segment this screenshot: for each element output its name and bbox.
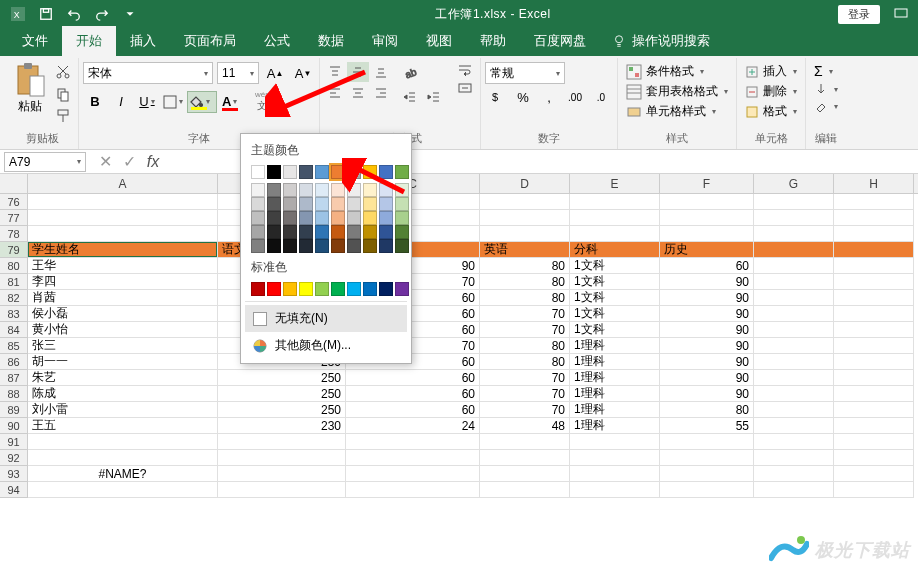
delete-cells-button[interactable]: 删除▾: [741, 82, 801, 101]
number-format-combo[interactable]: 常规 ▾: [485, 62, 565, 84]
row-header[interactable]: 91: [0, 434, 28, 450]
color-swatch[interactable]: [283, 239, 297, 253]
row-header[interactable]: 86: [0, 354, 28, 370]
cell[interactable]: [480, 482, 570, 498]
color-swatch[interactable]: [251, 225, 265, 239]
cell[interactable]: 黄小怡: [28, 322, 218, 338]
color-swatch[interactable]: [299, 197, 313, 211]
cell[interactable]: [28, 210, 218, 226]
fill-series-button[interactable]: ▾: [810, 81, 842, 97]
increase-decimal-button[interactable]: .00: [563, 86, 587, 108]
color-swatch[interactable]: [299, 183, 313, 197]
color-swatch[interactable]: [347, 165, 361, 179]
paste-button[interactable]: 粘贴: [10, 62, 50, 115]
color-swatch[interactable]: [379, 282, 393, 296]
cell[interactable]: [754, 402, 834, 418]
color-swatch[interactable]: [283, 197, 297, 211]
cell[interactable]: [754, 482, 834, 498]
undo-icon[interactable]: [62, 2, 86, 26]
cell[interactable]: [28, 482, 218, 498]
cell[interactable]: 1文科: [570, 322, 660, 338]
cell[interactable]: [346, 482, 480, 498]
orientation-button[interactable]: ab: [398, 62, 422, 84]
tab-home[interactable]: 开始: [62, 26, 116, 56]
font-color-button[interactable]: A ▾: [219, 91, 249, 113]
cell[interactable]: [218, 482, 346, 498]
cell[interactable]: 70: [480, 322, 570, 338]
cell[interactable]: 1理科: [570, 402, 660, 418]
cell[interactable]: [660, 226, 754, 242]
color-swatch[interactable]: [315, 282, 329, 296]
align-center-button[interactable]: [347, 83, 369, 103]
format-painter-button[interactable]: [52, 106, 74, 126]
color-swatch[interactable]: [331, 282, 345, 296]
row-header[interactable]: 85: [0, 338, 28, 354]
color-swatch[interactable]: [379, 197, 393, 211]
cell[interactable]: [834, 210, 914, 226]
cell[interactable]: 1理科: [570, 418, 660, 434]
cell[interactable]: [660, 482, 754, 498]
color-swatch[interactable]: [379, 225, 393, 239]
cell[interactable]: [754, 370, 834, 386]
cell[interactable]: 1理科: [570, 338, 660, 354]
cell[interactable]: [834, 290, 914, 306]
cell[interactable]: 80: [660, 402, 754, 418]
row-header[interactable]: 77: [0, 210, 28, 226]
cell[interactable]: 250: [218, 370, 346, 386]
cell[interactable]: [834, 274, 914, 290]
color-swatch[interactable]: [251, 211, 265, 225]
cancel-formula-button[interactable]: ✕: [94, 152, 116, 172]
cell[interactable]: 80: [480, 290, 570, 306]
cell[interactable]: 90: [660, 354, 754, 370]
align-middle-button[interactable]: [347, 62, 369, 82]
color-swatch[interactable]: [299, 282, 313, 296]
name-box[interactable]: A79 ▾: [4, 152, 86, 172]
cell[interactable]: 60: [346, 386, 480, 402]
format-as-table-button[interactable]: 套用表格格式▾: [622, 82, 732, 101]
cell[interactable]: [754, 450, 834, 466]
qat-customize-icon[interactable]: [118, 2, 142, 26]
cell[interactable]: 侯小磊: [28, 306, 218, 322]
cell[interactable]: 朱艺: [28, 370, 218, 386]
cell[interactable]: [660, 450, 754, 466]
color-swatch[interactable]: [283, 225, 297, 239]
excel-icon[interactable]: X: [6, 2, 30, 26]
row-header[interactable]: 87: [0, 370, 28, 386]
cell[interactable]: [480, 194, 570, 210]
cell[interactable]: [346, 466, 480, 482]
cell[interactable]: 90: [660, 386, 754, 402]
color-swatch[interactable]: [347, 225, 361, 239]
cell[interactable]: [754, 258, 834, 274]
underline-button[interactable]: U▾: [135, 91, 159, 113]
color-swatch[interactable]: [315, 183, 329, 197]
row-header[interactable]: 83: [0, 306, 28, 322]
cell[interactable]: [754, 290, 834, 306]
tab-data[interactable]: 数据: [304, 26, 358, 56]
tab-review[interactable]: 审阅: [358, 26, 412, 56]
cell[interactable]: [834, 338, 914, 354]
color-swatch[interactable]: [331, 239, 345, 253]
color-swatch[interactable]: [331, 165, 345, 179]
color-swatch[interactable]: [347, 239, 361, 253]
cell[interactable]: [754, 226, 834, 242]
col-header-D[interactable]: D: [480, 174, 570, 193]
color-swatch[interactable]: [267, 239, 281, 253]
cell[interactable]: [660, 194, 754, 210]
color-swatch[interactable]: [379, 165, 393, 179]
cell[interactable]: [754, 466, 834, 482]
cell[interactable]: 1文科: [570, 258, 660, 274]
cell[interactable]: 60: [346, 402, 480, 418]
cell[interactable]: 250: [218, 386, 346, 402]
cell[interactable]: 250: [218, 402, 346, 418]
color-swatch[interactable]: [395, 197, 409, 211]
fx-button[interactable]: fx: [142, 152, 164, 172]
cell[interactable]: 张三: [28, 338, 218, 354]
cell[interactable]: [754, 354, 834, 370]
color-swatch[interactable]: [395, 282, 409, 296]
cell[interactable]: 230: [218, 418, 346, 434]
clear-button[interactable]: ▾: [810, 98, 842, 114]
color-swatch[interactable]: [379, 183, 393, 197]
spreadsheet-grid[interactable]: ABCDEFGH 7677787980818283848586878889909…: [0, 174, 918, 566]
cell[interactable]: 历史: [660, 242, 754, 258]
cell[interactable]: 70: [480, 370, 570, 386]
